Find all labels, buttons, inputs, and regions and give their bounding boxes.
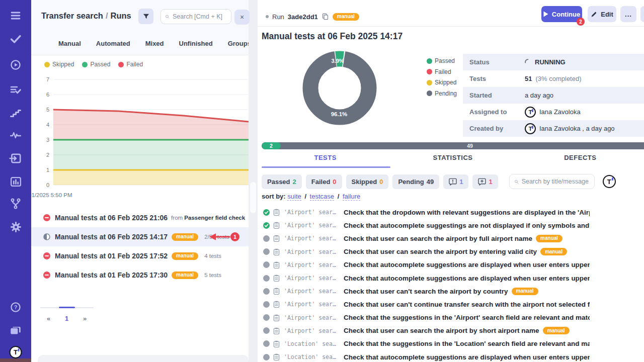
test-row[interactable]: 'Location' sea…Check that the suggestion… (262, 337, 644, 350)
pending-icon (263, 288, 270, 295)
test-row[interactable]: 'Airport' sear…Check that user can't con… (262, 298, 644, 311)
legend-dot (44, 62, 50, 67)
filter-skipped-button[interactable]: Skipped0 (346, 174, 389, 189)
runs-list-icon[interactable] (9, 83, 22, 97)
testcase-icon (273, 340, 280, 347)
test-row[interactable]: 'Airport' sear…Check that autocomplete s… (262, 258, 644, 272)
test-title-text: Check that autocomplete suggestions are … (344, 275, 590, 282)
close-icon[interactable]: × (234, 10, 250, 25)
sort-by-testcase[interactable]: testcase (310, 193, 334, 201)
test-row[interactable]: 'Airport' sear…Check that user can't sea… (262, 285, 644, 298)
more-actions-button[interactable]: ... (620, 6, 636, 22)
comment-filter-button-2[interactable]: 1 (472, 174, 498, 189)
running-icon (43, 233, 50, 240)
breadcrumb-page: Runs (111, 11, 131, 20)
detail-row-status: StatusRUNNING (463, 54, 644, 70)
branch-icon[interactable] (9, 197, 22, 210)
help-icon[interactable]: ? (9, 301, 22, 314)
spinner-icon (525, 59, 531, 65)
test-row[interactable]: 'Airport' sear…Check that user can searc… (262, 324, 644, 337)
svg-text:2: 2 (46, 152, 49, 158)
breadcrumb: Transfer search/Runs (41, 11, 131, 21)
tab-tests[interactable]: TESTS (262, 154, 389, 167)
filter-button[interactable] (138, 9, 153, 24)
copy-icon[interactable] (321, 13, 329, 21)
bar-chart-icon[interactable] (9, 175, 22, 188)
test-title: Check that autocomplete suggestions are … (344, 261, 590, 268)
gear-icon[interactable] (9, 220, 22, 233)
detail-value: 51(3% completed) (525, 75, 582, 82)
run-row[interactable]: Manual tests at 06 Feb 2025 21:06from Pa… (31, 208, 249, 227)
check-icon[interactable] (9, 32, 22, 45)
test-title: Check that the dropdown with relevant su… (344, 209, 590, 216)
run-test-count: 5 tests (204, 272, 221, 278)
tab-automated[interactable]: Automated (96, 40, 130, 47)
pagination-next-button[interactable]: » (83, 315, 87, 322)
breadcrumb-project[interactable]: Transfer search (41, 11, 103, 20)
test-row[interactable]: 'Airport' sear…Check that autocomplete s… (262, 272, 644, 285)
pulse-icon[interactable] (9, 129, 22, 142)
svg-text:4: 4 (46, 122, 49, 128)
test-row[interactable]: 'Airport' sear…Check that the dropdown w… (262, 206, 644, 219)
pagination-prev-button[interactable]: « (47, 315, 50, 322)
play-circle-icon[interactable] (9, 58, 22, 71)
tab-groups[interactable]: Groups (228, 40, 251, 47)
runs-chart-legend: SkippedPassedFailed (44, 61, 143, 68)
search-input[interactable] (173, 13, 227, 20)
test-suite-name: 'Location' sea… (284, 340, 343, 347)
test-title-text: Check that user can't continue transfer … (344, 301, 590, 308)
sort-bar: sort by: suite / testcase / failure (262, 193, 360, 200)
continue-button[interactable]: Continue 2 (541, 6, 582, 22)
sort-by-failure[interactable]: failure (343, 193, 360, 201)
assignee-filter-avatar[interactable]: T (603, 175, 616, 188)
edit-button[interactable]: Edit (588, 6, 616, 22)
detail-value: RUNNING (525, 58, 566, 66)
test-title-text: Check that user can search the airport b… (344, 327, 539, 334)
detail-row-tests: Tests51(3% completed) (463, 70, 644, 87)
run-type-badge: manual (172, 233, 198, 241)
test-row[interactable]: 'Airport' sear…Check that the suggestion… (262, 311, 644, 324)
testcase-icon (273, 301, 280, 308)
tab-statistics[interactable]: STATISTICS (389, 154, 516, 167)
tab-unfinished[interactable]: Unfinished (179, 40, 213, 47)
run-row[interactable]: Manual tests at 01 Feb 2025 17:30manual5… (31, 265, 249, 285)
run-row[interactable]: Manual tests at 01 Feb 2025 17:52manual4… (31, 246, 249, 265)
legend-dot (427, 58, 432, 64)
steps-icon[interactable] (9, 107, 22, 120)
pagination-page-1[interactable]: 1 (65, 315, 68, 322)
test-title: Check that the suggestions in the 'Locat… (344, 340, 590, 347)
filter-failed-button[interactable]: Failed0 (306, 174, 342, 189)
filter-pending-button[interactable]: Pending49 (392, 174, 439, 189)
scrollbar-thumb[interactable] (250, 182, 256, 213)
tab-manual[interactable]: Manual (58, 40, 81, 47)
projects-icon[interactable] (9, 324, 22, 337)
import-icon[interactable] (9, 152, 22, 165)
test-title-text: Check that the suggestions in the 'Airpo… (344, 314, 590, 321)
sort-by-suite[interactable]: suite (287, 193, 301, 201)
comment-plus-icon (478, 178, 486, 186)
test-row[interactable]: 'Location' sea…Check that autocomplete s… (262, 350, 644, 362)
tests-search-input[interactable] (522, 178, 590, 185)
test-row[interactable]: 'Airport' sear…Check that autocomplete s… (262, 219, 644, 232)
test-row[interactable]: 'Airport' sear…Check that user can searc… (262, 232, 644, 245)
clipped-button[interactable] (640, 6, 644, 22)
tab-defects[interactable]: DEFECTS (517, 154, 644, 167)
test-title: Check that user can't continue transfer … (344, 301, 590, 308)
run-id-line: Run 3ade2dd1 manual (266, 13, 359, 21)
passed-icon (263, 209, 270, 216)
user-avatar[interactable]: T (10, 346, 22, 358)
legend-label: Failed (126, 61, 143, 68)
test-row[interactable]: 'Airport' sear…Check that user can searc… (262, 245, 644, 258)
test-suite-name: 'Airport' sear… (284, 327, 343, 334)
comment-filter-button-1[interactable]: 1 (443, 174, 468, 189)
filter-passed-button[interactable]: Passed2 (262, 174, 302, 189)
filter-count: 1 (459, 178, 463, 186)
menu-icon[interactable] (9, 9, 22, 22)
run-row[interactable]: Manual tests at 06 Feb 2025 14:17manual2… (31, 227, 249, 246)
testcase-icon (273, 209, 280, 216)
sort-separator: / (301, 193, 310, 200)
svg-text:3: 3 (46, 137, 49, 143)
tab-mixed[interactable]: Mixed (145, 40, 164, 47)
legend-dot (427, 69, 432, 74)
comment-exclamation-icon (449, 178, 457, 186)
